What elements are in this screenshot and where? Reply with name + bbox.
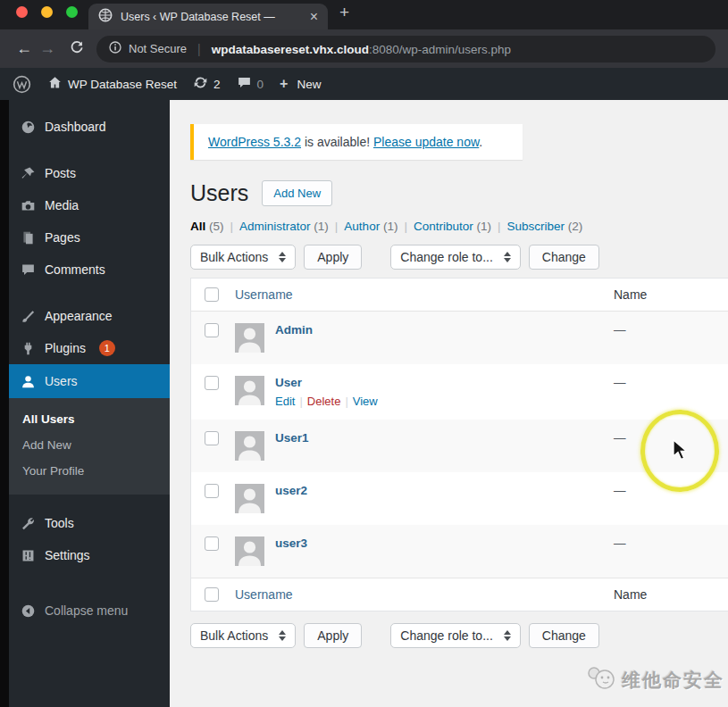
bulk-actions-select[interactable]: Bulk Actions	[190, 245, 296, 270]
select-all-checkbox[interactable]	[205, 287, 219, 302]
avatar	[235, 536, 264, 566]
change-button[interactable]: Change	[529, 245, 599, 270]
wordpress-logo-icon[interactable]	[13, 75, 31, 94]
pages-icon	[21, 230, 36, 245]
new-content-menu[interactable]: + New	[280, 76, 321, 92]
camera-icon	[21, 198, 36, 213]
wrench-icon	[21, 516, 36, 531]
url-text[interactable]: wpdatabasereset.vhx.cloud:8080/wp-admin/…	[212, 41, 511, 57]
pushpin-icon	[21, 166, 36, 181]
filter-all[interactable]: All	[190, 220, 205, 233]
sidebar-item-settings[interactable]: Settings	[9, 539, 170, 571]
username-link[interactable]: Admin	[275, 322, 313, 337]
plus-icon: +	[280, 76, 288, 92]
sidebar-item-media[interactable]: Media	[9, 189, 170, 221]
tab-title: Users ‹ WP Database Reset —	[121, 11, 302, 23]
name-cell: —	[614, 323, 728, 337]
browser-tab[interactable]: Users ‹ WP Database Reset — ×	[88, 4, 328, 29]
browser-tab-bar: Users ‹ WP Database Reset — × +	[0, 0, 728, 29]
select-arrows-icon	[279, 630, 286, 641]
add-new-button[interactable]: Add New	[262, 180, 332, 206]
wp-admin-bar: WP Database Reset 2 0 + New	[0, 68, 728, 100]
sidebar-item-collapse-menu[interactable]: Collapse menu	[9, 595, 170, 627]
sidebar-item-users[interactable]: Users	[9, 364, 170, 398]
updates-indicator[interactable]: 2	[193, 75, 221, 93]
select-arrows-icon	[279, 252, 286, 262]
column-footer-username[interactable]: Username	[230, 587, 614, 602]
not-secure-label[interactable]: Not Secure	[129, 42, 187, 55]
address-bar[interactable]: Not Secure | wpdatabasereset.vhx.cloud:8…	[96, 36, 715, 62]
wordpress-version-link[interactable]: WordPress 5.3.2	[208, 135, 301, 149]
delete-link[interactable]: Delete	[307, 395, 341, 408]
change-role-select[interactable]: Change role to...	[390, 245, 521, 270]
edit-link[interactable]: Edit	[275, 395, 295, 408]
username-link[interactable]: user2	[275, 483, 307, 497]
row-checkbox[interactable]	[205, 431, 219, 445]
username-link[interactable]: User1	[275, 430, 309, 445]
minimize-window-button[interactable]	[41, 6, 53, 18]
update-icon	[193, 75, 208, 93]
submenu-item-your-profile[interactable]: Your Profile	[9, 458, 170, 484]
site-menu[interactable]: WP Database Reset	[47, 75, 177, 93]
update-now-link[interactable]: Please update now	[373, 135, 479, 149]
admin-content: WordPress 5.3.2 is available! Please upd…	[170, 100, 728, 707]
bulk-actions-select[interactable]: Bulk Actions	[190, 623, 296, 648]
apply-button[interactable]: Apply	[304, 623, 362, 648]
filter-subscriber[interactable]: Subscriber	[507, 220, 565, 233]
sidebar-item-dashboard[interactable]: Dashboard	[9, 111, 170, 143]
apply-button[interactable]: Apply	[304, 245, 362, 270]
username-link[interactable]: user3	[275, 536, 307, 550]
row-checkbox[interactable]	[205, 536, 219, 551]
comments-indicator[interactable]: 0	[237, 75, 264, 93]
plug-icon	[21, 341, 36, 356]
column-header-name: Name	[614, 287, 728, 302]
avatar	[235, 431, 264, 461]
reload-button[interactable]	[64, 39, 88, 59]
close-window-button[interactable]	[16, 6, 28, 18]
username-link[interactable]: User	[275, 375, 302, 389]
row-checkbox[interactable]	[205, 484, 219, 498]
select-arrows-icon	[504, 252, 511, 262]
table-row: Admin —	[191, 312, 728, 364]
column-footer-name: Name	[614, 587, 728, 602]
sidebar-item-comments[interactable]: Comments	[9, 254, 170, 286]
watermark: 维他命安全	[586, 665, 724, 695]
forward-button: →	[36, 39, 59, 58]
sidebar-item-pages[interactable]: Pages	[9, 221, 170, 254]
column-header-username[interactable]: Username	[230, 287, 614, 302]
filter-author[interactable]: Author	[344, 220, 380, 233]
sidebar-item-posts[interactable]: Posts	[9, 157, 170, 189]
watermark-text: 维他命安全	[622, 668, 724, 693]
row-checkbox[interactable]	[205, 376, 219, 390]
back-button[interactable]: ←	[13, 39, 36, 58]
comment-bubble-icon	[237, 75, 252, 93]
comments-count: 0	[257, 78, 264, 91]
submenu-item-all-users[interactable]: All Users	[9, 406, 170, 432]
tab-close-icon[interactable]: ×	[310, 10, 318, 24]
sidebar-item-plugins[interactable]: Plugins 1	[9, 332, 170, 364]
paintbrush-icon	[21, 309, 36, 324]
url-separator: |	[194, 42, 205, 56]
change-button[interactable]: Change	[529, 623, 599, 648]
home-icon	[47, 75, 63, 93]
sidebar-item-appearance[interactable]: Appearance	[9, 300, 170, 332]
row-checkbox[interactable]	[205, 323, 219, 337]
avatar	[235, 323, 264, 353]
role-filter-links: All (5)|Administrator (1)|Author (1)|Con…	[190, 220, 728, 233]
view-link[interactable]: View	[353, 395, 378, 408]
table-row: user2 —	[191, 472, 728, 525]
submenu-item-add-new[interactable]: Add New	[9, 432, 170, 458]
sidebar-item-tools[interactable]: Tools	[9, 507, 170, 539]
change-role-select[interactable]: Change role to...	[390, 623, 521, 648]
new-tab-button[interactable]: +	[339, 3, 349, 22]
name-cell: —	[614, 376, 728, 389]
collapse-arrow-icon	[21, 603, 36, 619]
filter-administrator[interactable]: Administrator	[239, 220, 311, 233]
info-icon[interactable]	[109, 41, 121, 57]
zoom-window-button[interactable]	[66, 6, 78, 18]
select-arrows-icon	[504, 630, 511, 641]
window-controls	[16, 6, 78, 18]
select-all-checkbox[interactable]	[205, 587, 219, 602]
avatar	[235, 376, 264, 405]
filter-contributor[interactable]: Contributor	[414, 220, 473, 233]
